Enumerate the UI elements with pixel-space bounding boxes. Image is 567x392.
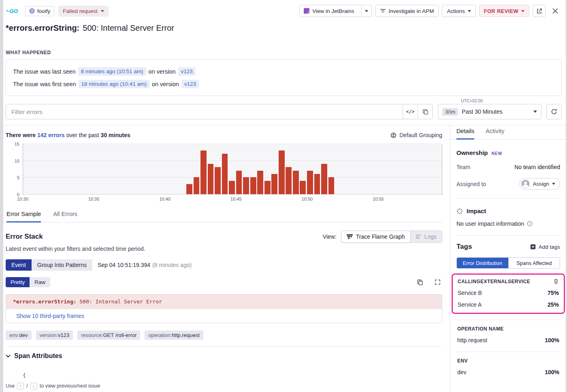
open-full-page-button[interactable] [533,5,546,17]
chart-bar[interactable] [243,177,249,194]
chart-bar[interactable] [300,181,306,194]
chart-bar[interactable] [314,174,320,194]
trace-flame-graph-button[interactable]: Trace Flame Graph [341,231,411,243]
copy-stack-button[interactable] [417,279,423,286]
code-icon: </> [406,109,415,114]
team-label: Team [456,164,470,170]
last-seen-time-link[interactable]: 8 minutes ago (10:51 am) [78,67,146,76]
summary-mid: over the past [66,132,99,138]
query-syntax-button[interactable]: </> [403,104,418,119]
main-column: There were 142 errors over the past 30 m… [3,125,450,392]
chart-bar[interactable] [215,167,221,194]
chart-bar[interactable] [208,164,214,194]
show-frames-link[interactable]: Show 10 third-party frames [16,313,84,319]
copy-query-button[interactable] [418,104,433,119]
event-tags-row: env:devversion:v123resource:GET /roll-er… [6,331,442,340]
result-tabs: Error Sample All Errors [6,211,442,222]
chart-bar[interactable] [222,154,228,194]
trash-icon[interactable] [553,278,559,284]
chart-gridline [23,161,442,161]
tag-group-name: ENV [457,358,468,364]
tab-details[interactable]: Details [456,128,474,140]
last-seen-prefix: The issue was last seen [13,68,76,75]
ownership-title: Ownership [456,149,488,156]
assigned-to-row: Assigned to Assign [456,178,560,190]
chart-x-tick-label: 10:55 [373,197,384,201]
span-attributes-toggle[interactable]: Span Attributes [6,352,442,360]
chart-x-tick-label: 10:35 [88,197,100,201]
event-tag-pill[interactable]: env:dev [6,331,32,340]
error-distribution-toggle[interactable]: Error Distribution [457,258,508,268]
close-panel-button[interactable] [549,5,562,17]
tab-activity[interactable]: Activity [486,128,504,140]
tag-distribution-row[interactable]: Service B75% [458,290,559,296]
default-grouping-button[interactable]: Default Grouping [390,132,442,138]
caret-down-icon [521,10,524,12]
chart-bar[interactable] [264,181,271,194]
actions-label: Actions [447,8,465,14]
chart-bar[interactable] [250,177,256,194]
investigate-in-apm-button[interactable]: Investigate in APM [375,5,439,17]
chart-bar[interactable] [271,174,277,194]
chart-bar[interactable] [236,171,242,194]
delete-tag-group-button[interactable] [553,278,559,284]
tag-value: GET /roll-error [103,332,136,338]
event-mode-row: Event Group Into Patterns Sep 04 10:51:1… [6,259,442,271]
info-icon[interactable] [527,221,533,227]
chart-bar[interactable] [200,150,207,194]
summary-prefix: There were [6,132,36,138]
view-in-jetbrains-button[interactable]: View in JetBrains [299,5,371,17]
impact-burst-icon [456,208,463,214]
tag-distribution-row[interactable]: dev100% [457,369,559,375]
filter-errors-input[interactable] [6,104,403,119]
tag-distribution-row[interactable]: http.request100% [457,337,559,343]
jetbrains-dropdown-caret[interactable] [361,5,371,17]
for-review-dropdown[interactable]: FOR REVIEW [479,5,529,17]
chart-bar[interactable] [286,167,292,194]
divider [456,235,560,236]
spans-affected-toggle[interactable]: Spans Affected [508,258,560,268]
first-seen-version-link[interactable]: v123 [181,80,199,88]
refresh-button[interactable] [546,104,562,119]
content-row: There were 142 errors over the past 30 m… [3,125,566,392]
event-tag-pill[interactable]: resource:GET /roll-error [77,331,140,340]
event-button[interactable]: Event [6,259,32,271]
chart-bar[interactable] [307,171,313,194]
chart-plot[interactable] [23,144,442,195]
issue-type-dropdown[interactable]: Failed request [58,6,109,17]
error-count-summary: There were 142 errors over the past 30 m… [6,132,130,138]
impact-title: Impact [467,208,486,214]
pretty-button[interactable]: Pretty [6,277,30,287]
chart-bar[interactable] [257,171,263,194]
tab-all-errors[interactable]: All Errors [53,211,77,222]
chart-bar[interactable] [293,171,299,194]
chart-bar[interactable] [194,177,200,194]
chart-bar[interactable] [186,184,192,194]
group-into-patterns-button[interactable]: Group Into Patterns [32,259,92,271]
tag-distribution-row[interactable]: Service A25% [458,301,559,308]
event-tag-pill[interactable]: version:v123 [36,331,73,340]
add-tags-button[interactable]: Add tags [530,244,560,250]
service-badge[interactable]: fooify [25,6,54,16]
assign-button[interactable]: Assign [519,178,560,190]
hint-separator: / [26,383,28,389]
first-seen-line: The issue was first seen 18 minutes ago … [13,78,554,90]
event-tag-pill[interactable]: operation:http.request [145,331,203,340]
tag-row-percentage: 25% [548,301,559,308]
time-range-selector[interactable]: UTC+02:00 30m Past 30 Minutes [438,104,541,119]
details-sidebar: Details Activity Ownership NEW Team No t… [450,125,566,392]
tab-error-sample[interactable]: Error Sample [6,211,41,222]
first-seen-prefix: The issue was first seen [13,81,76,87]
raw-button[interactable]: Raw [30,277,50,287]
chart-bar[interactable] [229,181,235,194]
chart-bar[interactable] [279,150,285,194]
last-seen-version-link[interactable]: v123 [178,67,196,76]
chart-bar[interactable] [321,164,327,194]
logs-button[interactable]: Logs [410,231,442,242]
actions-dropdown[interactable]: Actions [442,5,475,17]
error-count-link[interactable]: 142 errors [37,132,65,138]
expand-stack-button[interactable] [435,279,441,286]
flame-graph-icon [347,234,353,239]
first-seen-time-link[interactable]: 18 minutes ago (10:41 am) [79,80,149,88]
chart-bar[interactable] [328,177,335,194]
